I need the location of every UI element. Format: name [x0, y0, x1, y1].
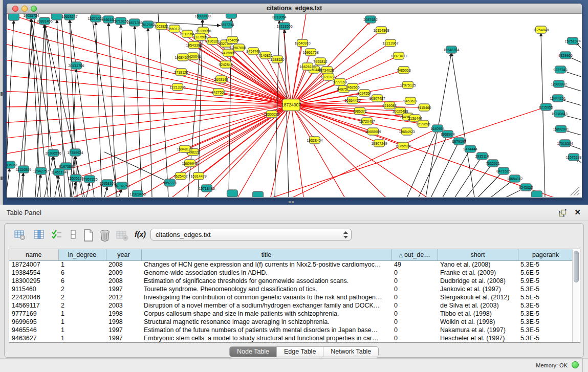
graph-edge[interactable]	[462, 163, 493, 197]
graph-node[interactable]: 8186328	[205, 37, 219, 45]
graph-edge[interactable]	[451, 53, 474, 197]
graph-node[interactable]: 9329966	[558, 52, 572, 59]
tab-network-table[interactable]: Network Table	[323, 347, 378, 357]
graph-edge[interactable]	[92, 14, 117, 197]
tab-edge-table[interactable]: Edge Table	[277, 347, 323, 357]
graph-node[interactable]: 14055724	[23, 14, 39, 19]
graph-node[interactable]: 3624554	[357, 90, 371, 97]
graph-edge[interactable]	[148, 28, 152, 197]
graph-node[interactable]: 18640910	[294, 39, 310, 47]
table-row[interactable]: 946554611997Estimation of the future num…	[9, 326, 573, 334]
graph-node[interactable]: 11156869	[16, 166, 31, 173]
table-cell[interactable]: Hescheler et al. (1997)	[438, 334, 518, 342]
table-cell[interactable]: Embryonic stem cells: a model to study s…	[141, 334, 391, 342]
graph-edge[interactable]	[7, 105, 291, 148]
table-cell[interactable]: 5.3E-5	[518, 334, 573, 342]
graph-edge[interactable]	[291, 105, 582, 197]
table-cell[interactable]: Disruption of a novel member of a sodium…	[141, 301, 391, 310]
graph-node[interactable]: 12213386	[169, 83, 185, 91]
graph-edge[interactable]	[451, 156, 482, 197]
divider-handle-icon[interactable]	[1, 92, 3, 96]
citation-graph[interactable]: 1405572420891406106532471527602264661601…	[7, 14, 582, 197]
graph-node[interactable]: 9463627	[403, 97, 417, 104]
table-mode-button[interactable]	[13, 228, 27, 242]
network-window-titlebar[interactable]: citations_edges.txt	[7, 4, 582, 14]
table-cell[interactable]: Genome-wide association studies in ADHD.	[141, 269, 391, 277]
graph-node[interactable]: 17975125	[400, 81, 416, 89]
graph-node[interactable]: 12093872	[551, 80, 567, 87]
graph-edge[interactable]	[440, 149, 470, 197]
table-cell[interactable]: 2009	[106, 269, 141, 277]
table-cell[interactable]: de Silva et al. (2003)	[438, 301, 518, 310]
float-panel-icon[interactable]	[558, 209, 567, 217]
graph-node[interactable]: 11451194	[51, 168, 67, 176]
graph-node[interactable]: 7485063	[397, 67, 410, 74]
network-canvas[interactable]: 1405572420891406106532471527602264661601…	[7, 14, 582, 197]
table-cell[interactable]: 0	[391, 301, 438, 310]
table-cell[interactable]: 9465546	[9, 326, 58, 334]
row-height-button[interactable]	[66, 228, 80, 242]
graph-node[interactable]: 7986372	[353, 107, 366, 115]
graph-node[interactable]: 16210643	[551, 110, 567, 117]
graph-edge[interactable]	[473, 171, 504, 197]
west-panel-divider[interactable]	[0, 0, 3, 205]
table-cell[interactable]: 5.6E-5	[518, 269, 573, 277]
graph-node[interactable]: 7625402	[173, 172, 187, 180]
graph-node[interactable]: 15751074	[564, 37, 580, 45]
graph-edge[interactable]	[104, 186, 107, 197]
table-cell[interactable]: 1	[58, 260, 106, 269]
graph-node[interactable]: 9115460	[418, 104, 431, 111]
table-cell[interactable]: 5.5E-5	[518, 293, 573, 301]
table-cell[interactable]: 2008	[106, 277, 141, 285]
node-table[interactable]: namein_degreeyeartitle△out_de…shortpager…	[9, 249, 580, 343]
table-cell[interactable]: 5.9E-5	[518, 277, 573, 285]
graph-node[interactable]: 10653247	[61, 14, 77, 20]
table-cell[interactable]: 0	[391, 310, 438, 318]
graph-edge[interactable]	[407, 128, 438, 197]
table-cell[interactable]: 1	[58, 326, 106, 334]
table-cell[interactable]: Yano et al. (2008)	[438, 260, 518, 269]
graph-node[interactable]: 8427552	[211, 89, 225, 96]
graph-edge[interactable]	[76, 105, 291, 178]
graph-node[interactable]: 12213967	[382, 39, 398, 47]
table-cell[interactable]: 5.3E-5	[518, 285, 573, 293]
table-row[interactable]: 1938455462009Genome-wide association stu…	[9, 269, 573, 277]
graph-node[interactable]: 20531706	[68, 62, 84, 69]
table-cell[interactable]: Tibbo et al. (1998)	[438, 310, 518, 318]
graph-node[interactable]: 9777169	[333, 78, 346, 85]
graph-node[interactable]	[532, 191, 542, 197]
graph-edge[interactable]	[291, 105, 358, 197]
graph-edge[interactable]	[7, 105, 291, 128]
graph-node[interactable]: 16914479	[190, 172, 206, 180]
close-panel-icon[interactable]: ✕	[574, 208, 581, 217]
graph-node[interactable]: 19756928	[395, 142, 411, 149]
node-table-grid[interactable]: namein_degreeyeartitle△out_de…shortpager…	[9, 249, 574, 342]
table-cell[interactable]: 0	[391, 326, 438, 334]
graph-edge[interactable]	[7, 20, 14, 197]
memory-status-indicator[interactable]	[572, 361, 579, 368]
graph-edge[interactable]	[285, 29, 289, 197]
graph-node[interactable]: 9660123	[167, 25, 181, 32]
graph-edge[interactable]	[7, 105, 291, 107]
table-cell[interactable]: 0	[391, 318, 438, 326]
graph-node[interactable]: 9474444	[463, 145, 477, 152]
graph-edge[interactable]	[121, 24, 128, 197]
window-resize-grip[interactable]	[567, 187, 580, 196]
split-pane-handle[interactable]	[288, 200, 296, 205]
table-cell[interactable]: 18724007	[9, 260, 58, 269]
table-scrollbar[interactable]	[572, 249, 580, 342]
table-cell[interactable]: Investigating the contribution of common…	[141, 293, 391, 301]
divider-handle-icon[interactable]	[1, 177, 3, 180]
graph-node[interactable]: 19654923	[399, 128, 415, 135]
graph-edge[interactable]	[204, 107, 546, 197]
graph-edge[interactable]	[7, 168, 10, 197]
table-row[interactable]: 1830029562008Estimation of significance …	[9, 277, 573, 285]
create-column-button[interactable]	[81, 228, 96, 242]
zoom-window-button[interactable]	[31, 6, 37, 12]
table-cell[interactable]: 2	[58, 285, 106, 293]
graph-node[interactable]: 10688609	[365, 128, 381, 135]
graph-node[interactable]: 12923465	[129, 190, 145, 197]
graph-node[interactable]: 10654112	[507, 175, 523, 182]
table-cell[interactable]: 0	[391, 285, 438, 293]
table-row[interactable]: 969969511998Structural magnetic resonanc…	[9, 318, 573, 326]
